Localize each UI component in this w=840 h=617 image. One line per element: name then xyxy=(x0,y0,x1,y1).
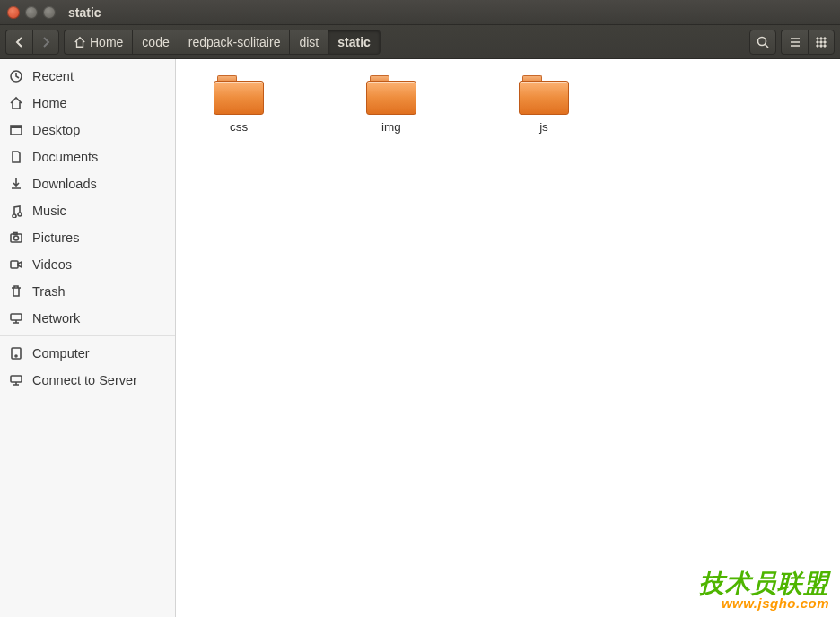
breadcrumb: Home code redpack-solitaire dist static xyxy=(64,30,381,55)
folder-label: img xyxy=(381,120,401,134)
music-icon xyxy=(9,204,23,218)
list-icon xyxy=(788,35,802,49)
watermark: 技术员联盟 www.jsgho.com xyxy=(699,571,829,610)
sidebar-item-recent[interactable]: Recent xyxy=(0,63,175,90)
sidebar-item-desktop[interactable]: Desktop xyxy=(0,117,175,143)
grid-view-button[interactable] xyxy=(808,30,835,55)
sidebar-item-label: Pictures xyxy=(32,230,79,245)
svg-point-5 xyxy=(820,40,822,42)
sidebar-item-label: Network xyxy=(32,311,80,326)
pictures-icon xyxy=(9,230,23,245)
svg-rect-20 xyxy=(11,376,22,382)
sidebar-item-label: Connect to Server xyxy=(32,373,137,387)
breadcrumb-label: code xyxy=(142,35,169,49)
maximize-icon[interactable] xyxy=(43,6,56,19)
folder-item[interactable]: img xyxy=(355,75,427,134)
svg-rect-16 xyxy=(11,261,18,268)
watermark-line1: 技术员联盟 xyxy=(699,571,829,596)
toolbar: Home code redpack-solitaire dist static xyxy=(0,25,840,59)
grid-icon xyxy=(814,35,828,49)
sidebar-item-home[interactable]: Home xyxy=(0,90,175,117)
main-pane[interactable]: css img js 技术员联盟 www.jsgho.com xyxy=(176,59,840,617)
list-view-button[interactable] xyxy=(781,30,808,55)
network-icon xyxy=(9,311,23,326)
folder-label: css xyxy=(230,120,248,134)
svg-point-7 xyxy=(817,44,818,46)
folder-item[interactable]: css xyxy=(203,75,275,134)
forward-button[interactable] xyxy=(32,30,59,55)
breadcrumb-label: dist xyxy=(299,35,319,49)
svg-point-8 xyxy=(820,44,822,46)
back-button[interactable] xyxy=(5,30,32,55)
documents-icon xyxy=(9,150,23,164)
folder-label: js xyxy=(539,120,548,134)
svg-point-1 xyxy=(817,37,818,39)
sidebar-item-label: Desktop xyxy=(32,123,80,137)
home-icon xyxy=(74,36,86,48)
downloads-icon xyxy=(9,177,23,191)
breadcrumb-item[interactable]: dist xyxy=(289,30,328,55)
svg-point-4 xyxy=(817,40,818,42)
sidebar-item-label: Computer xyxy=(32,346,90,361)
breadcrumb-item[interactable]: redpack-solitaire xyxy=(179,30,290,55)
chevron-right-icon xyxy=(39,35,53,49)
svg-point-2 xyxy=(820,37,822,39)
sidebar-item-label: Home xyxy=(32,96,67,110)
search-button[interactable] xyxy=(749,30,776,55)
sidebar-item-trash[interactable]: Trash xyxy=(0,278,175,305)
svg-point-3 xyxy=(824,37,826,39)
svg-rect-12 xyxy=(11,126,22,128)
videos-icon xyxy=(9,257,23,272)
svg-point-6 xyxy=(824,40,826,42)
search-icon xyxy=(756,35,770,49)
breadcrumb-home[interactable]: Home xyxy=(64,30,132,55)
watermark-line2: www.jsgho.com xyxy=(699,596,829,610)
sidebar-item-music[interactable]: Music xyxy=(0,197,175,224)
sidebar-item-computer[interactable]: Computer xyxy=(0,340,175,367)
folder-icon xyxy=(214,75,264,115)
sidebar-item-label: Music xyxy=(32,204,66,218)
titlebar: static xyxy=(0,0,840,25)
sidebar-separator xyxy=(0,335,175,336)
server-icon xyxy=(9,373,23,387)
folder-item[interactable]: js xyxy=(508,75,580,134)
close-icon[interactable] xyxy=(7,6,20,19)
sidebar: Recent Home Desktop Documents Downloads … xyxy=(0,59,176,617)
svg-point-9 xyxy=(824,44,826,46)
breadcrumb-label: redpack-solitaire xyxy=(188,35,281,49)
breadcrumb-label: static xyxy=(337,35,371,49)
sidebar-item-label: Videos xyxy=(32,257,72,272)
body: Recent Home Desktop Documents Downloads … xyxy=(0,59,840,617)
breadcrumb-item[interactable]: code xyxy=(132,30,178,55)
svg-point-19 xyxy=(15,355,17,357)
sidebar-item-label: Recent xyxy=(32,69,74,83)
folder-grid: css img js xyxy=(203,75,813,134)
breadcrumb-label: Home xyxy=(90,35,123,49)
svg-rect-17 xyxy=(11,314,22,320)
sidebar-item-label: Downloads xyxy=(32,177,97,191)
sidebar-item-label: Documents xyxy=(32,150,98,164)
folder-icon xyxy=(366,75,416,115)
view-group xyxy=(781,30,835,55)
breadcrumb-item-current[interactable]: static xyxy=(328,30,381,55)
trash-icon xyxy=(9,284,23,299)
sidebar-item-label: Trash xyxy=(32,284,66,299)
sidebar-item-pictures[interactable]: Pictures xyxy=(0,224,175,251)
sidebar-item-connect-server[interactable]: Connect to Server xyxy=(0,367,175,394)
nav-group xyxy=(5,30,59,55)
sidebar-item-downloads[interactable]: Downloads xyxy=(0,170,175,197)
svg-point-14 xyxy=(14,236,19,240)
sidebar-item-documents[interactable]: Documents xyxy=(0,143,175,170)
clock-icon xyxy=(9,69,23,83)
home-icon xyxy=(9,96,23,110)
sidebar-item-videos[interactable]: Videos xyxy=(0,251,175,278)
sidebar-item-network[interactable]: Network xyxy=(0,305,175,332)
minimize-icon[interactable] xyxy=(25,6,38,19)
window-controls xyxy=(7,6,56,19)
window-title: static xyxy=(68,5,101,20)
folder-icon xyxy=(519,75,569,115)
chevron-left-icon xyxy=(13,35,27,49)
computer-icon xyxy=(9,346,23,361)
desktop-icon xyxy=(9,123,23,137)
svg-point-0 xyxy=(758,37,766,45)
